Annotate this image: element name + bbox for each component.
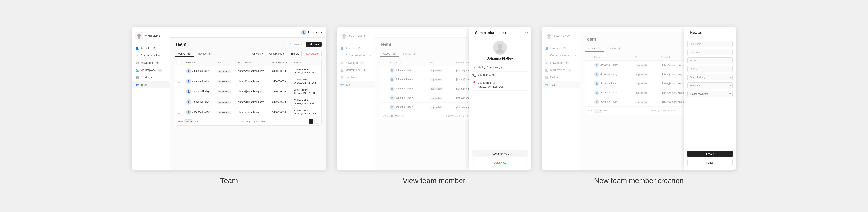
sidebar-nav: 👤 Tenants 8 ✉ Communication ▾ 📰 Newsfeed… — [132, 43, 170, 90]
filter-buildings[interactable]: All buildings ▾ — [267, 51, 286, 56]
marketplace-icon: 🏪 — [135, 68, 139, 72]
svg-point-2 — [139, 34, 140, 35]
items-label: items — [193, 120, 199, 123]
phone-cell: 3430000000 — [270, 76, 291, 86]
table-row[interactable]: 👤Johanna Flatley superadmin jflatley@sma… — [175, 107, 321, 117]
page-title-row: Team 🔍 Search Add new — [175, 42, 321, 47]
last-name-field[interactable] — [687, 49, 733, 55]
member-info-list: ✉ jflatley@smartliving.com 📞 343-000-00-… — [469, 64, 531, 91]
sidebar-item-team[interactable]: 👥 Team — [132, 81, 170, 88]
user-info: 👤 John Doe ▾ — [301, 30, 322, 35]
cancel-button[interactable]: Cancel — [687, 159, 733, 166]
main-content-team: 👤 John Doe ▾ Team 🔍 Search Add ne — [170, 27, 327, 170]
row-checkbox[interactable] — [178, 70, 180, 72]
sidebar-new: SMART LIVING 👤 Tenants 8 ✉ Communication… — [541, 27, 580, 170]
toolbar-team: 🔍 Search Add new — [287, 42, 321, 47]
member-phone-item: 📞 343-000-00-00 — [472, 71, 528, 79]
table-row[interactable]: 👤Johanna Flatley superadmin jflatley@sma… — [175, 87, 321, 97]
col-role: Role — [215, 59, 236, 66]
filter-row: All roles ▾ All buildings ▾ Export Deact… — [250, 51, 321, 56]
search-placeholder: Search — [293, 43, 302, 46]
screen-label-view: View team member — [403, 177, 465, 185]
sidebar-item-communication[interactable]: ✉ Communication ▾ — [132, 52, 170, 59]
avatar: 👤 — [186, 110, 191, 115]
panel-back-button[interactable]: ‹ — [472, 31, 473, 35]
email-icon: ✉ — [472, 66, 476, 70]
row-checkbox[interactable] — [178, 111, 180, 114]
new-admin-title: New admin — [690, 31, 709, 35]
new-admin-back-button[interactable]: ‹ — [687, 31, 688, 35]
new-admin-panel: ‹ New admin Select building ▾ — [684, 27, 736, 170]
role-select[interactable]: Select role — [687, 83, 733, 89]
items-select: Show 1525 items — [178, 119, 199, 123]
logo-icon-view — [340, 32, 348, 40]
select-all-checkbox[interactable] — [178, 61, 180, 64]
export-button[interactable]: Export — [288, 51, 302, 56]
screen-new-wrapper: SMART LIVING 👤 Tenants 8 ✉ Communication… — [541, 27, 736, 185]
panel-title: Admin information — [475, 31, 523, 35]
sidebar-item-tenants-v: 👤 Tenants 8 — [337, 44, 375, 52]
search-box[interactable]: 🔍 Search — [287, 42, 304, 47]
member-phone: 343-000-00-00 — [478, 73, 495, 76]
deactivate-button[interactable]: Deactivate — [303, 51, 321, 56]
first-name-field[interactable] — [687, 41, 733, 47]
svg-point-10 — [549, 34, 550, 35]
member-email: jflatley@smartliving.com — [478, 66, 506, 68]
add-new-button[interactable]: Add new — [306, 42, 321, 47]
sidebar-item-newsfeed[interactable]: 📰 Newsfeed 8 — [132, 59, 170, 66]
showing-text: Showing 1-15 of 17 items — [241, 120, 267, 123]
tab-inactive[interactable]: Inactive 8 — [194, 51, 215, 57]
password-field[interactable] — [687, 91, 733, 97]
panel-edit-button[interactable]: ✏ — [525, 31, 528, 35]
logo-icon-new — [545, 32, 553, 40]
role-badge: superadmin — [217, 70, 231, 73]
buildings-icon: 🏢 — [135, 76, 139, 79]
building-cell: 330 Mcleod StOttawa, ON, K2P 2C5 — [292, 76, 321, 86]
row-checkbox[interactable] — [178, 80, 180, 83]
user-name: John Doe — [308, 31, 319, 34]
new-admin-header: ‹ New admin — [684, 27, 736, 37]
sidebar-item-team-v: 👥 Team — [337, 81, 375, 88]
app-window-new: SMART LIVING 👤 Tenants 8 ✉ Communication… — [541, 27, 736, 170]
filter-roles[interactable]: All roles ▾ — [250, 51, 265, 56]
communication-chevron: ▾ — [165, 54, 166, 57]
row-checkbox[interactable] — [178, 100, 180, 103]
content-area-team: Team 🔍 Search Add new Active 11 — [170, 37, 327, 170]
tab-active[interactable]: Active 11 — [175, 51, 194, 57]
admin-info-panel: ‹ Admin information ✏ Johanna Flatley ✉ … — [469, 27, 531, 170]
sidebar-item-newsfeed-v: 📰 Newsfeed 8 — [337, 59, 375, 66]
show-label: Show — [178, 120, 183, 123]
sidebar-item-team-label: Team — [141, 83, 147, 86]
row-checkbox[interactable] — [178, 90, 180, 93]
sidebar-nav-new: 👤 Tenants 8 ✉ Communication ▾ 📰 Newsfeed… — [541, 43, 580, 90]
screen-team-wrapper: SMART LIVING 👤 Tenants 8 ✉ Communication… — [132, 27, 327, 185]
email-field[interactable] — [687, 58, 733, 64]
reset-password-button[interactable]: Reset password — [472, 150, 528, 157]
location-icon: 📍 — [472, 81, 476, 85]
sidebar-item-buildings[interactable]: 🏢 Buildings — [132, 74, 170, 81]
building-select[interactable]: Select building — [687, 74, 733, 81]
sidebar-nav-view: 👤 Tenants 8 ✉ Communication ▾ 📰 Newsfeed… — [337, 43, 375, 90]
table-row[interactable]: 👤Johanna Flatley superadmin jflatley@sma… — [175, 76, 321, 86]
items-per-page[interactable]: 1525 — [184, 119, 193, 123]
table-row[interactable]: 👤Johanna Flatley superadmin jflatley@sma… — [175, 66, 321, 76]
tabs-row: Active 11 Inactive 8 — [175, 51, 215, 57]
sidebar-item-tenants[interactable]: 👤 Tenants 8 — [132, 44, 170, 52]
password-toggle-icon[interactable]: 👁 — [728, 92, 731, 95]
member-address: 330 Mcleod StOttawa, ON, K2P 2C5 — [478, 81, 503, 89]
user-chevron[interactable]: ▾ — [321, 31, 322, 34]
sidebar-item-marketplace-v: 🏪 Marketplace 5 — [337, 66, 375, 74]
role-badge: superadmin — [217, 111, 231, 114]
create-button[interactable]: Create — [687, 151, 733, 157]
sidebar-item-marketplace[interactable]: 🏪 Marketplace 5 — [132, 66, 170, 74]
table-row[interactable]: 👤Johanna Flatley superadmin jflatley@sma… — [175, 97, 321, 107]
logo-text-new: SMART LIVING — [554, 35, 570, 37]
phone-icon: 📞 — [472, 73, 476, 77]
app-window-view: SMART LIVING 👤 Tenants 8 ✉ Communication… — [337, 27, 531, 170]
page-btn-1[interactable]: 1 — [309, 119, 313, 124]
avatar: 👤 — [186, 99, 191, 104]
phone-field[interactable] — [687, 66, 733, 72]
deactivate-button-panel[interactable]: Deactivate — [472, 159, 528, 166]
page-btn-2[interactable]: 2 — [314, 119, 319, 124]
pagination: 1 2 — [309, 119, 319, 124]
